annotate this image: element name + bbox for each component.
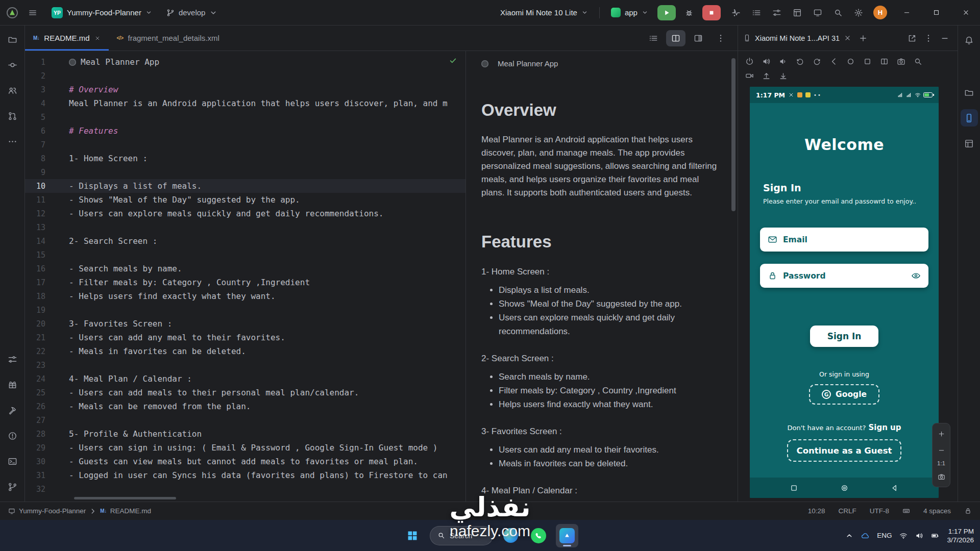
structure-view-icon[interactable] [644,30,663,46]
editor-line[interactable]: 13 [25,220,465,234]
main-menu-icon[interactable] [23,5,42,21]
add-device-tab-icon[interactable] [855,30,871,46]
tab-readme[interactable]: M↓ README.md [25,26,109,51]
project-selector[interactable]: YP Yummy-Food-Planner [46,5,157,21]
tab-fragment-meal-details[interactable]: </> fragment_meal_details.xml [109,26,228,51]
split-editor-preview-icon[interactable] [666,30,685,46]
editor-line[interactable]: 15 [25,248,465,262]
line-ending[interactable]: CRLF [838,507,856,515]
back-nav-icon[interactable] [890,484,899,492]
zoom-reset-button[interactable]: 1:1 [937,460,945,466]
build-variants-icon[interactable] [4,350,21,368]
power-icon[interactable] [743,55,755,67]
editor-line[interactable]: 3# Overview [25,83,465,96]
input-method-icon[interactable] [902,507,910,515]
google-sign-in-button[interactable]: G Google [809,384,879,405]
editor-line[interactable]: 1Meal Planner App [25,55,465,69]
pull-requests-icon[interactable] [4,107,21,124]
markdown-source-editor[interactable]: 1Meal Planner App23# Overview4Meal Plann… [25,51,465,502]
profiler-icon[interactable] [726,5,746,21]
file-encoding[interactable]: UTF-8 [870,507,889,515]
problems-icon[interactable] [4,427,21,444]
search-everywhere-icon[interactable] [828,5,848,21]
screenshot-icon[interactable] [935,470,947,483]
version-control-icon[interactable] [4,478,21,495]
volume-up-icon[interactable] [760,55,772,67]
horizontal-scrollbar[interactable] [74,497,176,499]
editor-line[interactable]: 7 [25,138,465,152]
structure-icon[interactable] [4,82,21,99]
search-icon[interactable] [912,55,924,67]
panel-options-kebab-icon[interactable] [921,30,936,46]
app-inspection-icon[interactable] [788,5,807,21]
breadcrumb-file[interactable]: README.md [110,507,151,515]
recents-nav-icon[interactable] [790,484,798,492]
editor-line[interactable]: 81- Home Screen : [25,152,465,165]
open-in-window-icon[interactable] [904,30,920,46]
build-icon[interactable] [4,402,21,419]
android-studio-app-button[interactable] [556,524,578,547]
wifi-icon[interactable] [899,532,908,540]
taskbar-search[interactable]: Search [430,526,493,545]
editor-line[interactable]: 12- Users can explore meals quickly and … [25,207,465,220]
preview-scrollbar[interactable] [731,58,736,211]
editor-line[interactable]: 203- Favorites Screen : [25,317,465,331]
rotate-left-icon[interactable] [794,55,806,67]
editor-line[interactable]: 29- Users can sign in using: ( Email & P… [25,441,465,455]
zoom-in-icon[interactable] [935,428,947,440]
notifications-icon[interactable] [961,32,978,49]
sign-up-link[interactable]: Sign up [869,423,901,432]
language-indicator[interactable]: ENG [877,532,892,539]
device-manager-icon[interactable] [808,5,827,21]
editor-line[interactable]: 9 [25,165,465,179]
editor-line[interactable]: 5 [25,110,465,124]
browser-app-button[interactable] [500,524,521,547]
email-field[interactable]: Email [760,228,928,252]
cursor-position[interactable]: 10:28 [808,507,825,515]
run-configuration-selector[interactable]: app [606,5,653,20]
editor-line[interactable]: 11- Shows "Meal of the Day" suggested by… [25,193,465,207]
avatar[interactable]: H [873,6,887,19]
password-field[interactable]: Password [760,264,928,288]
editor-options-kebab-icon[interactable] [711,30,730,46]
settings-gear-icon[interactable] [849,5,868,21]
editor-line[interactable]: 2 [25,69,465,83]
dependencies-icon[interactable] [4,376,21,393]
hide-panel-icon[interactable] [937,30,952,46]
onedrive-cloud-icon[interactable] [861,532,869,540]
breadcrumb-project[interactable]: Yummy-Food-Planner [19,507,86,515]
editor-line[interactable]: 21- Users can add any meal to their favo… [25,331,465,344]
editor-line[interactable]: 22- Meals in favorites can be deleted. [25,344,465,358]
recents-icon[interactable] [861,55,873,67]
run-button[interactable] [657,5,676,20]
editor-line[interactable]: 19 [25,303,465,317]
terminal-icon[interactable] [4,453,21,470]
device-explorer-icon[interactable] [961,84,978,101]
window-maximize-button[interactable] [922,0,950,26]
home-icon[interactable] [844,55,856,67]
editor-line[interactable]: 16- Search meals by name. [25,262,465,276]
editor-line[interactable]: 4Meal Planner is an Android application … [25,96,465,110]
editor-line[interactable]: 6# Features [25,124,465,138]
vcs-branch-selector[interactable]: develop [161,6,223,19]
editor-line[interactable]: 142- Search Screen : [25,234,465,248]
fold-icon[interactable] [878,55,890,67]
close-tab-icon[interactable] [94,35,101,41]
editor-line[interactable]: 25- Users can add meals to their persona… [25,386,465,399]
running-devices-icon[interactable] [961,109,978,127]
taskbar-clock[interactable]: 1:17 PM 3/7/2026 [947,527,974,544]
upload-icon[interactable] [760,69,772,82]
logcat-icon[interactable] [747,5,766,21]
camera-icon[interactable] [895,55,907,67]
rotate-right-icon[interactable] [811,55,823,67]
download-icon[interactable] [777,69,789,82]
project-icon[interactable] [4,31,21,48]
todo-filters-icon[interactable] [767,5,787,21]
project-widget-icon[interactable] [8,508,15,515]
editor-line[interactable]: 26- Meals can be removed from the plan. [25,399,465,413]
volume-down-icon[interactable] [777,55,789,67]
window-close-button[interactable] [951,0,980,26]
more-icon[interactable] [4,133,21,150]
close-device-tab-icon[interactable] [844,34,851,42]
editor-line[interactable]: 18- Helps users find exactly what they w… [25,289,465,303]
